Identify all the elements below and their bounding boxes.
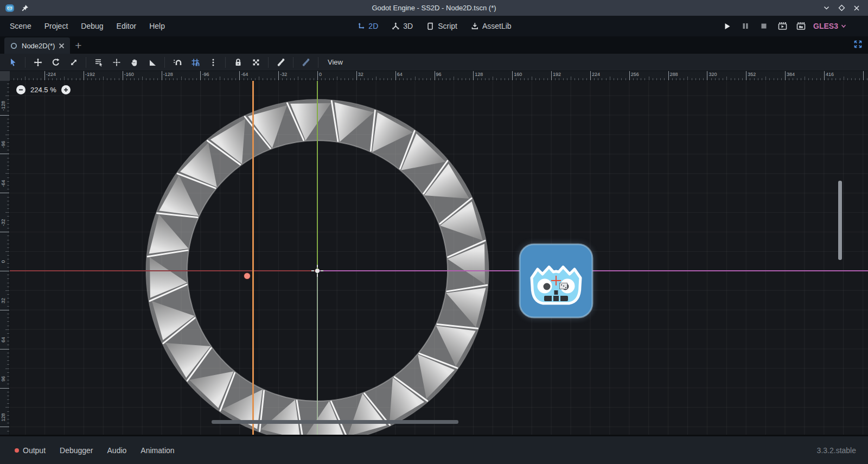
ruler-tick [64, 77, 65, 81]
ruler-tick [200, 71, 201, 81]
scale-tool-button[interactable] [65, 55, 82, 70]
menu-debug[interactable]: Debug [74, 16, 110, 36]
pan-tool-button[interactable] [126, 55, 143, 70]
ruler-label: 0 [0, 252, 7, 271]
list-select-tool-button[interactable] [90, 55, 107, 70]
renderer-select[interactable]: GLES3 [811, 22, 848, 30]
vertical-dots-icon [208, 58, 218, 67]
menu-help[interactable]: Help [143, 16, 171, 36]
menu-project[interactable]: Project [38, 16, 75, 36]
bottom-tab-animation[interactable]: Animation [133, 436, 181, 464]
ruler-tick [376, 77, 376, 81]
ruler-tick [473, 71, 474, 81]
lock-object-button[interactable] [229, 55, 246, 70]
ruler-label: 224 [592, 72, 600, 77]
ruler-tick [668, 71, 669, 81]
zoom-reset-label[interactable]: 224.5 % [30, 86, 56, 94]
ruler-label: 192 [553, 72, 561, 77]
grid-snap-button[interactable] [187, 55, 203, 70]
play-scene-button[interactable] [774, 19, 790, 33]
zoom-in-button[interactable] [61, 85, 71, 94]
menu-editor[interactable]: Editor [110, 16, 143, 36]
canvas-viewport: -224-192-160-128-96-64-32032649612816019… [0, 71, 868, 435]
rotate-tool-button[interactable] [47, 55, 64, 70]
ruler-label: -224 [46, 72, 56, 77]
menu-editor-label: Editor [117, 22, 137, 30]
grid-snap-icon [190, 58, 200, 67]
menu-scene[interactable]: Scene [3, 16, 38, 36]
play-button[interactable] [719, 19, 735, 33]
main-screen-tab-script[interactable]: Script [419, 16, 464, 36]
toolbar-separator [318, 57, 318, 68]
smart-snap-button[interactable] [169, 55, 186, 70]
shape-control-point[interactable] [244, 273, 250, 279]
ruler-label: 352 [748, 72, 756, 77]
ruler-tick [0, 427, 10, 427]
lock-icon [233, 58, 243, 67]
horizontal-scrollbar[interactable] [212, 420, 458, 424]
debugger-label: Debugger [60, 446, 93, 455]
select-tool-button[interactable] [4, 55, 21, 70]
chevron-down-icon [823, 4, 830, 11]
ruler-label: 32 [358, 72, 363, 77]
window-minimize-button[interactable] [821, 3, 831, 13]
menu-bar: Scene Project Debug Editor Help 2D [0, 16, 868, 36]
window-close-button[interactable] [852, 3, 861, 13]
rotate-tool-icon [51, 58, 61, 67]
ruler-tick [785, 71, 786, 81]
canvas-2d[interactable]: 224.5 % [10, 81, 868, 435]
vertical-ruler[interactable]: -128-96-64-320326496128 [0, 81, 10, 435]
snap-options-menu-button[interactable] [205, 55, 221, 70]
ruler-tick [863, 71, 864, 81]
play-custom-scene-button[interactable] [793, 19, 809, 33]
ruler-tool-button[interactable] [144, 55, 161, 70]
y-axis-green-lower [317, 271, 318, 435]
group-object-button[interactable] [247, 55, 264, 70]
expand-bottom-panel-button[interactable] [853, 40, 863, 50]
main-screen-tab-assetlib[interactable]: AssetLib [464, 16, 518, 36]
main-screen-tab-2d[interactable]: 2D [350, 16, 385, 36]
vertical-guide-orange[interactable] [252, 81, 254, 435]
pivot-tool-icon [112, 58, 122, 67]
smartshape-ring[interactable] [10, 81, 868, 435]
2d-axes-icon [356, 22, 365, 30]
renderer-label: GLES3 [813, 22, 838, 30]
stop-button[interactable] [756, 19, 772, 33]
bottom-tab-output[interactable]: Output [8, 436, 53, 464]
y-axis-green-upper [317, 81, 318, 271]
bone-tool-button[interactable] [272, 55, 289, 70]
window-maximize-button[interactable] [837, 3, 846, 13]
skeleton-options-button[interactable] [297, 55, 314, 70]
pause-button[interactable] [737, 19, 754, 33]
ruler-tick [5, 329, 10, 330]
ruler-label: -160 [124, 72, 134, 77]
zoom-controls: 224.5 % [16, 83, 71, 96]
ruler-tick [298, 77, 298, 81]
menu-scene-label: Scene [10, 22, 31, 30]
horizontal-ruler[interactable]: -224-192-160-128-96-64-32032649612816019… [10, 71, 868, 81]
ruler-label: -32 [280, 72, 287, 77]
pivot-tool-button[interactable] [108, 55, 125, 70]
move-tool-button[interactable] [29, 55, 46, 70]
view-menu-button[interactable]: View [322, 55, 348, 70]
tab-close-button[interactable] [59, 43, 65, 49]
main-screen-tab-3d[interactable]: 3D [385, 16, 419, 36]
ruler-label: 64 [397, 72, 403, 77]
main-screen-2d-label: 2D [368, 22, 378, 30]
ruler-tick [25, 77, 25, 81]
ruler-tick [181, 77, 182, 81]
ruler-label: 320 [709, 72, 717, 77]
3d-axes-icon [391, 22, 400, 30]
ruler-tick [0, 271, 10, 271]
ruler-tick [805, 77, 805, 81]
bottom-tab-audio[interactable]: Audio [100, 436, 134, 464]
play-icon [723, 22, 731, 30]
vertical-scrollbar[interactable] [838, 181, 842, 260]
close-icon [59, 43, 65, 49]
add-scene-tab-button[interactable]: + [70, 37, 86, 54]
zoom-out-button[interactable] [16, 85, 25, 94]
menu-debug-label: Debug [81, 22, 103, 30]
bottom-tab-debugger[interactable]: Debugger [53, 436, 100, 464]
toolbar-separator [86, 57, 86, 68]
scene-tab-node2d[interactable]: Node2D(*) [4, 37, 70, 54]
